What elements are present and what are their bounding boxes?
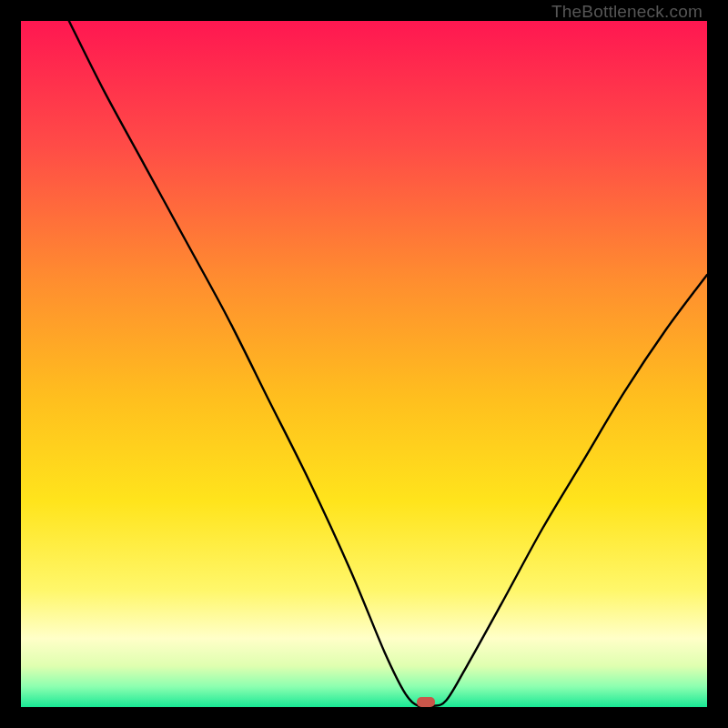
plot-area	[21, 21, 707, 707]
bottleneck-curve	[21, 21, 707, 707]
optimum-marker	[417, 697, 435, 707]
watermark-text: TheBottleneck.com	[551, 2, 703, 22]
chart-container: TheBottleneck.com	[0, 0, 728, 728]
